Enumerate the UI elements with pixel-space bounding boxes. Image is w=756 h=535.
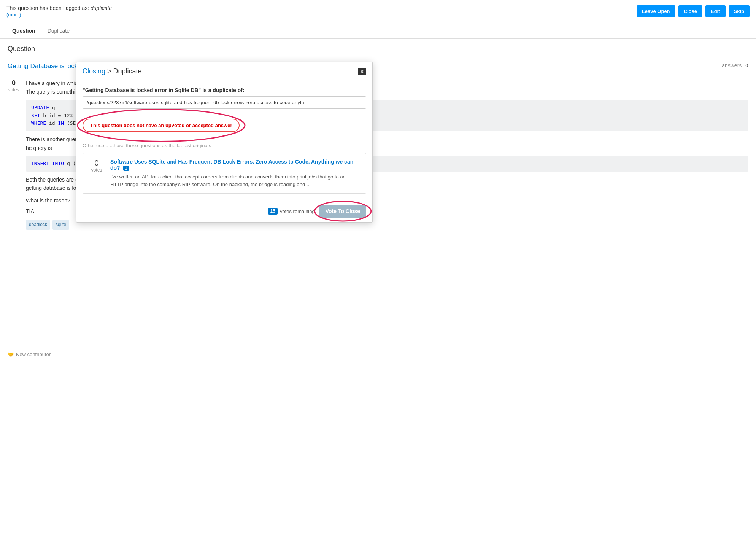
tab-list: Question Duplicate <box>6 24 750 38</box>
votes-remaining: 15 votes remaining <box>268 208 315 215</box>
title-separator: > <box>107 67 113 75</box>
tab-duplicate[interactable]: Duplicate <box>41 24 76 38</box>
answers-info: answers 0 <box>722 62 748 68</box>
modal-title: Closing > Duplicate <box>83 67 142 75</box>
warning-container: This question does not have an upvoted o… <box>83 116 240 135</box>
closing-modal: Closing > Duplicate × "Getting Database … <box>76 62 373 223</box>
close-button[interactable]: Close <box>678 5 702 17</box>
more-link[interactable]: (more) <box>6 12 112 18</box>
modal-body: "Getting Database is locked error in Sql… <box>76 81 372 200</box>
answers-label: answers <box>722 62 742 68</box>
result-card: 0 votes Software Uses SQLite and Has Fre… <box>83 153 366 194</box>
result-title-row: Software Uses SQLite and Has Frequent DB… <box>110 159 360 171</box>
edit-button[interactable]: Edit <box>705 5 726 17</box>
other-info: Other use... ...hase those questions as … <box>83 143 366 148</box>
vote-label: votes <box>8 87 19 92</box>
result-votes-label: votes <box>89 167 104 173</box>
result-title[interactable]: Software Uses SQLite and Has Frequent DB… <box>110 159 353 171</box>
closing-label[interactable]: Closing <box>83 67 105 75</box>
modal-footer: 15 votes remaining Vote To Close <box>76 200 372 222</box>
vote-to-close-button[interactable]: Vote To Close <box>319 205 366 218</box>
votes-remaining-label: votes remaining <box>280 209 315 214</box>
answers-count: 0 <box>745 62 748 68</box>
flag-message: This question has been flagged as: dupli… <box>6 5 112 18</box>
vote-count: 0 <box>12 79 16 87</box>
skip-button[interactable]: Skip <box>729 5 750 17</box>
tabs-bar: Question Duplicate <box>0 24 756 39</box>
leave-open-button[interactable]: Leave Open <box>637 5 675 17</box>
modal-close-button[interactable]: × <box>358 68 366 75</box>
main-content: Question Getting Database is locked erro… <box>0 39 756 363</box>
tag-sqlite[interactable]: sqlite <box>52 220 69 229</box>
tag-deadlock[interactable]: deadlock <box>26 220 50 229</box>
vote-to-close-wrapper: Vote To Close <box>319 205 366 218</box>
vote-section: 0 votes <box>8 79 20 230</box>
flag-text: This question has been flagged as: <box>6 5 89 11</box>
new-contributor: 🤝 New contributor <box>8 352 748 357</box>
title-rest: Duplicate <box>113 67 142 75</box>
tab-question[interactable]: Question <box>6 24 41 38</box>
result-vote-count: 0 <box>89 159 104 167</box>
warning-box: This question does not have an upvoted o… <box>83 119 240 132</box>
result-votes: 0 votes <box>89 159 104 173</box>
duplicate-label: "Getting Database is locked error in Sql… <box>83 87 366 93</box>
action-buttons: Leave Open Close Edit Skip <box>637 5 750 17</box>
top-bar: This question has been flagged as: dupli… <box>0 0 756 22</box>
result-content: Software Uses SQLite and Has Frequent DB… <box>110 159 360 188</box>
warning-text: This question does not have an upvoted o… <box>90 123 232 128</box>
new-contributor-icon: 🤝 <box>8 352 14 357</box>
flag-type: duplicate <box>91 5 112 11</box>
modal-header: Closing > Duplicate × <box>76 62 372 81</box>
duplicate-url-input[interactable] <box>83 96 366 109</box>
result-excerpt: I've written an API for a client that ac… <box>110 173 360 188</box>
votes-remaining-count: 15 <box>268 208 278 215</box>
section-title: Question <box>8 45 748 56</box>
result-badge: 1 <box>123 166 129 171</box>
new-contributor-label: New contributor <box>16 352 51 357</box>
